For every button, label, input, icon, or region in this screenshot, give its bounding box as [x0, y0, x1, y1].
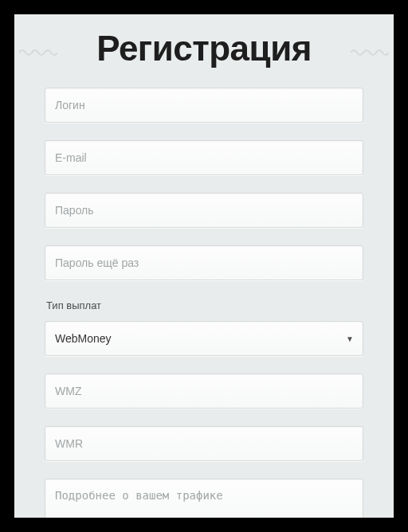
wave-decoration-right-icon	[351, 48, 389, 57]
header: Регистрация	[14, 14, 394, 88]
password-confirm-input[interactable]	[45, 245, 363, 280]
page-card: Регистрация Тип выплат WebMoney ▼	[14, 14, 394, 518]
traffic-details-textarea[interactable]	[45, 479, 363, 518]
login-input[interactable]	[45, 88, 363, 123]
wmr-input[interactable]	[45, 426, 363, 461]
payment-type-select-wrap: WebMoney ▼	[45, 321, 363, 356]
wmz-input[interactable]	[45, 374, 363, 409]
outer-frame: Регистрация Тип выплат WebMoney ▼	[0, 0, 408, 532]
page-title: Регистрация	[96, 29, 312, 68]
payment-type-select[interactable]: WebMoney	[45, 321, 363, 356]
registration-form: Тип выплат WebMoney ▼	[14, 88, 394, 518]
password-input[interactable]	[45, 193, 363, 228]
wave-decoration-left-icon	[19, 48, 57, 57]
payment-type-label: Тип выплат	[46, 299, 363, 311]
email-input[interactable]	[45, 140, 363, 175]
